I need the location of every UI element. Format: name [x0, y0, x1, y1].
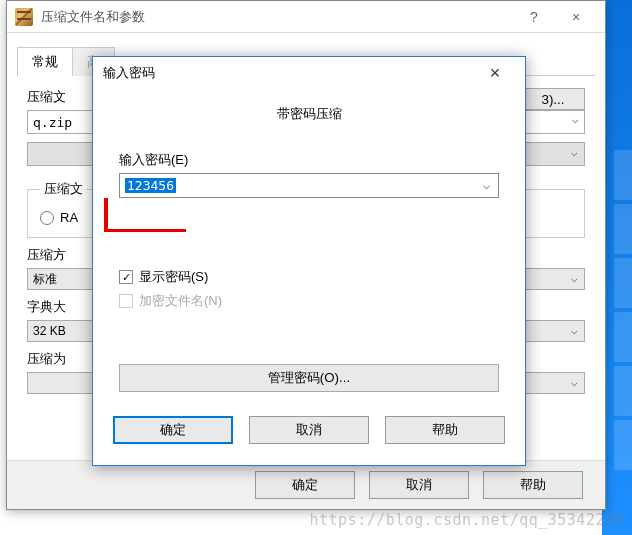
- password-dialog-heading: 带密码压缩: [119, 105, 499, 123]
- help-button[interactable]: ?: [513, 3, 555, 31]
- password-dialog-titlebar: 输入密码 ×: [93, 57, 525, 89]
- password-dialog-body: 带密码压缩 输入密码(E) 123456 显示密码(S) 加密文件名(N) 管理…: [93, 89, 525, 402]
- password-dialog-buttons: 确定 取消 帮助: [93, 402, 525, 458]
- password-help-button[interactable]: 帮助: [385, 416, 505, 444]
- close-icon[interactable]: ×: [475, 60, 515, 86]
- browse-button[interactable]: 3)...: [521, 88, 585, 110]
- app-icon: [15, 8, 33, 26]
- show-password-checkbox[interactable]: [119, 270, 133, 284]
- password-dialog: 输入密码 × 带密码压缩 输入密码(E) 123456 显示密码(S) 加密文件…: [92, 56, 526, 466]
- window-title: 压缩文件名和参数: [41, 8, 513, 26]
- encrypt-filenames-checkbox[interactable]: [119, 294, 133, 308]
- ok-button[interactable]: 确定: [255, 471, 355, 499]
- show-password-label: 显示密码(S): [139, 268, 208, 286]
- cancel-button[interactable]: 取消: [369, 471, 469, 499]
- manage-passwords-button[interactable]: 管理密码(O)...: [119, 364, 499, 392]
- close-button[interactable]: ×: [555, 3, 597, 31]
- archive-format-label: 压缩文: [40, 180, 87, 198]
- titlebar: 压缩文件名和参数 ? ×: [7, 1, 605, 33]
- watermark: https://blog.csdn.net/qq_35342288: [309, 511, 624, 529]
- password-label: 输入密码(E): [119, 151, 499, 169]
- password-cancel-button[interactable]: 取消: [249, 416, 369, 444]
- password-value: 123456: [125, 178, 176, 193]
- format-radio-rar[interactable]: [40, 211, 54, 225]
- main-button-row: 确定 取消 帮助: [7, 460, 605, 509]
- password-input[interactable]: 123456: [119, 173, 499, 198]
- format-radio-rar-label: RA: [60, 210, 78, 225]
- password-dialog-title: 输入密码: [103, 64, 475, 82]
- tab-general[interactable]: 常规: [17, 47, 73, 76]
- encrypt-filenames-label: 加密文件名(N): [139, 292, 222, 310]
- help-button[interactable]: 帮助: [483, 471, 583, 499]
- password-ok-button[interactable]: 确定: [113, 416, 233, 444]
